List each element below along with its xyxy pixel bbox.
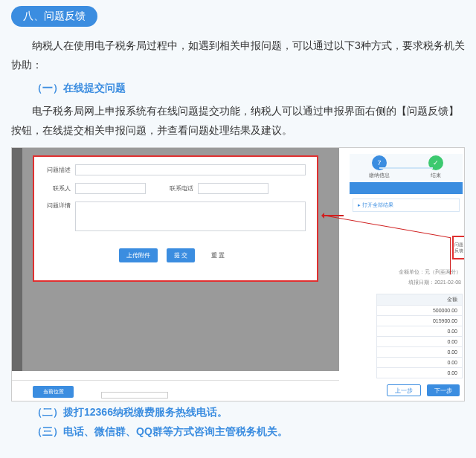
- step-7-label: 缴纳信息: [369, 172, 390, 179]
- textarea-detail[interactable]: [75, 201, 306, 231]
- table-row: 0.00: [376, 326, 463, 337]
- table-row: 0.00: [376, 358, 463, 368]
- label-detail: 问题详情: [34, 201, 75, 210]
- label-issue-desc: 问题描述: [34, 166, 75, 174]
- blue-header-bar: [350, 182, 463, 194]
- table-row: 015900.00: [376, 316, 463, 326]
- table-header-amount: 金额: [376, 294, 463, 306]
- intro-paragraph: 纳税人在使用电子税务局过程中，如遇到相关申报问题，可以通过以下3种方式，要求税务…: [11, 36, 465, 74]
- section-header-pill: 八、问题反馈: [11, 6, 97, 27]
- table-row: 0.00: [376, 347, 463, 358]
- upload-button[interactable]: 上传附件: [119, 248, 158, 262]
- meta-info: 金额单位：元（列至两分） 填报日期：2021-02-08: [347, 267, 461, 288]
- feedback-form-panel: 问题描述 联系人 联系电话 问题详情 上传附件 提 交 重 置: [33, 155, 318, 282]
- subheading-1: （一）在线提交问题: [11, 82, 465, 95]
- table-row: 0.00: [376, 337, 463, 347]
- reset-button[interactable]: 重 置: [204, 248, 232, 262]
- input-phone[interactable]: [198, 183, 268, 194]
- input-issue-desc[interactable]: [75, 164, 306, 175]
- expand-all-link[interactable]: ▸ 打开全部结果: [353, 199, 460, 212]
- bottom-location-tab[interactable]: 当前位置: [33, 386, 74, 398]
- fragment-box: [101, 392, 168, 399]
- desc-paragraph-1: 电子税务局网上申报系统有在线问题提交功能，纳税人可以通过申报界面右侧的【问题反馈…: [11, 101, 465, 140]
- submit-button[interactable]: 提 交: [167, 248, 195, 262]
- feedback-side-tab[interactable]: 问题反馈: [452, 236, 465, 259]
- prev-step-button[interactable]: 上一步: [387, 384, 421, 396]
- table-row: 0.00: [376, 368, 463, 378]
- next-step-button[interactable]: 下一步: [427, 384, 460, 396]
- step-done-label: 结束: [431, 172, 441, 179]
- label-phone: 联系电话: [146, 184, 198, 193]
- label-contact: 联系人: [34, 184, 75, 193]
- amount-table: 金额 500000.00 015900.00 0.00 0.00 0.00 0.…: [376, 294, 463, 378]
- subheading-3: （三）电话、微信群、QQ群等方式咨询主管税务机关。: [11, 425, 465, 439]
- step-indicator: 7 缴纳信息 ✓ 结束: [350, 154, 463, 181]
- screenshot-figure: 问题描述 联系人 联系电话 问题详情 上传附件 提 交 重 置: [11, 147, 465, 401]
- subheading-2: （二）拨打12366纳税缴费服务热线电话。: [11, 406, 465, 419]
- input-contact[interactable]: [75, 183, 146, 194]
- annotation-arrow-icon: [323, 215, 344, 216]
- table-row: 500000.00: [376, 306, 463, 316]
- screenshot-right-panel: 7 缴纳信息 ✓ 结束 ▸ 打开全部结果 问题反馈 金额单位：元（列至两分） 填…: [347, 148, 465, 401]
